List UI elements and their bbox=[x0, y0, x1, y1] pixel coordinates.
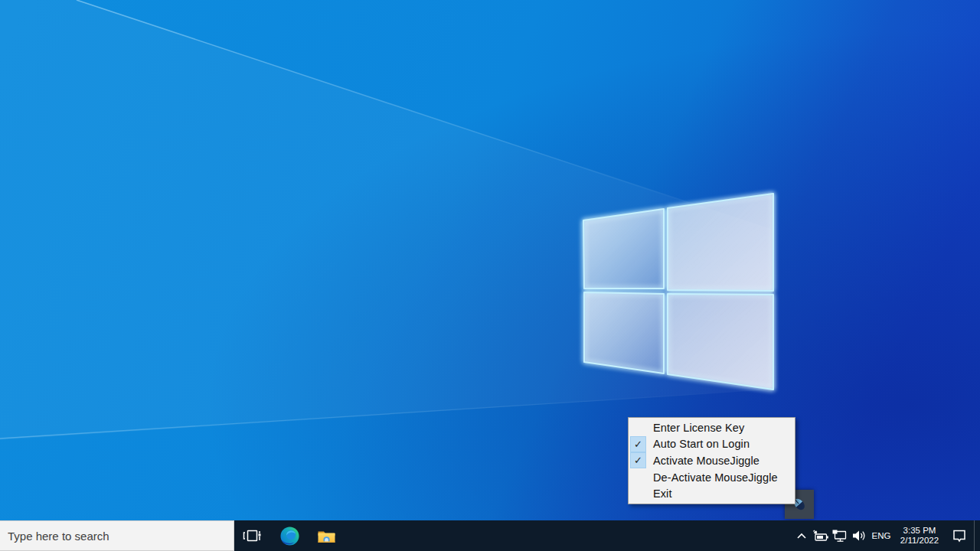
check-icon: ✓ bbox=[630, 436, 646, 452]
check-icon: ✓ bbox=[630, 452, 646, 468]
taskbar-search-box[interactable] bbox=[0, 520, 234, 551]
show-desktop-button[interactable] bbox=[974, 520, 980, 551]
taskbar: ENG 3:35 PM 2/11/2022 bbox=[0, 520, 980, 551]
taskbar-empty-area bbox=[345, 520, 792, 551]
action-center-icon bbox=[952, 529, 967, 543]
check-gutter bbox=[630, 486, 646, 502]
wallpaper-art bbox=[0, 0, 980, 520]
network-status-button[interactable] bbox=[830, 520, 849, 551]
network-ethernet-icon bbox=[831, 529, 848, 543]
chevron-up-icon bbox=[796, 532, 807, 540]
menu-item-exit[interactable]: Exit bbox=[629, 485, 795, 502]
menu-item-deactivate-mousejiggle[interactable]: De-Activate MouseJiggle bbox=[629, 469, 795, 486]
task-view-button[interactable] bbox=[234, 520, 271, 551]
battery-charging-icon bbox=[812, 529, 829, 543]
clock[interactable]: 3:35 PM 2/11/2022 bbox=[894, 520, 945, 551]
tray-context-menu: Enter License Key ✓ Auto Start on Login … bbox=[628, 417, 795, 504]
microsoft-edge-button[interactable] bbox=[271, 520, 308, 551]
search-input[interactable] bbox=[0, 521, 234, 550]
menu-item-label: Exit bbox=[653, 487, 672, 500]
menu-item-enter-license-key[interactable]: Enter License Key bbox=[629, 419, 795, 436]
desktop-wallpaper bbox=[0, 0, 980, 520]
menu-item-auto-start-on-login[interactable]: ✓ Auto Start on Login bbox=[629, 436, 795, 453]
file-explorer-icon bbox=[316, 526, 337, 546]
microsoft-edge-icon bbox=[279, 526, 300, 546]
menu-item-label: De-Activate MouseJiggle bbox=[653, 471, 778, 484]
menu-item-label: Activate MouseJiggle bbox=[653, 455, 760, 467]
file-explorer-button[interactable] bbox=[308, 520, 345, 551]
volume-icon bbox=[851, 529, 867, 543]
show-hidden-icons-button[interactable] bbox=[792, 520, 811, 551]
task-view-icon bbox=[243, 527, 263, 545]
check-gutter bbox=[630, 469, 646, 485]
battery-status-button[interactable] bbox=[811, 520, 830, 551]
menu-item-label: Auto Start on Login bbox=[653, 438, 750, 450]
action-center-button[interactable] bbox=[945, 520, 974, 551]
clock-time: 3:35 PM bbox=[903, 526, 936, 536]
system-tray: ENG 3:35 PM 2/11/2022 bbox=[792, 520, 980, 551]
check-gutter bbox=[630, 419, 646, 435]
clock-date: 2/11/2022 bbox=[900, 536, 939, 546]
menu-item-activate-mousejiggle[interactable]: ✓ Activate MouseJiggle bbox=[629, 452, 795, 469]
language-label: ENG bbox=[872, 531, 891, 540]
volume-button[interactable] bbox=[849, 520, 868, 551]
menu-item-label: Enter License Key bbox=[653, 422, 744, 434]
language-indicator[interactable]: ENG bbox=[868, 520, 894, 551]
